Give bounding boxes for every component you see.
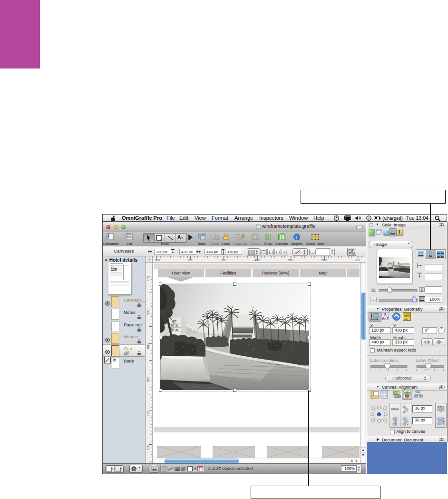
svg-text:i: i	[296, 235, 298, 240]
